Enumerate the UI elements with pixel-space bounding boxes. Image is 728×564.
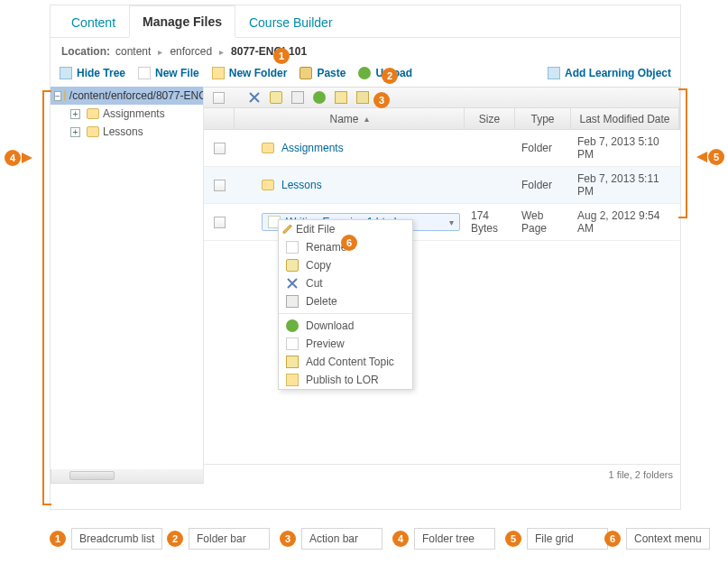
publish-icon bbox=[286, 374, 299, 386]
download-icon bbox=[286, 319, 299, 332]
col-type[interactable]: Type bbox=[515, 108, 571, 129]
zip-icon[interactable] bbox=[335, 91, 347, 104]
row-menu-button[interactable]: ▾ bbox=[449, 217, 454, 227]
file-icon bbox=[138, 67, 151, 79]
crumb-enforced[interactable]: enforced bbox=[170, 45, 212, 58]
row-checkbox[interactable] bbox=[214, 143, 226, 154]
legend-3: 3Action bar bbox=[280, 528, 382, 550]
trash-icon bbox=[286, 295, 299, 308]
tab-strip: Content Manage Files Course Builder bbox=[51, 5, 680, 38]
unzip-icon[interactable] bbox=[356, 91, 369, 104]
legend-2: 2Folder bar bbox=[167, 528, 270, 550]
chevron-right-icon: ▸ bbox=[219, 47, 224, 57]
pencil-icon bbox=[282, 225, 292, 235]
cut-icon bbox=[286, 277, 299, 290]
bracket-right bbox=[678, 88, 687, 218]
new-file-button[interactable]: New File bbox=[138, 67, 199, 79]
folder-tree: − /content/enforced/8077-ENGL101 + Assig… bbox=[51, 87, 204, 484]
folder-icon bbox=[262, 180, 274, 190]
legend-4: 4Folder tree bbox=[392, 528, 495, 550]
content-topic-icon bbox=[286, 356, 299, 368]
copy-icon[interactable] bbox=[270, 91, 282, 104]
grid-header: Name ▴ Size Type Last Modified Date bbox=[204, 108, 680, 130]
callout-3: 3 bbox=[373, 92, 390, 108]
location-label: Location: bbox=[61, 45, 110, 58]
row-checkbox[interactable] bbox=[214, 180, 226, 191]
row-name[interactable]: Assignments bbox=[281, 142, 344, 154]
copy-icon bbox=[286, 259, 299, 272]
tree-scrollbar[interactable] bbox=[51, 469, 204, 484]
callout-5: 5 bbox=[708, 149, 724, 165]
learning-object-icon bbox=[548, 67, 560, 79]
tree-root[interactable]: − /content/enforced/8077-ENGL101 bbox=[51, 87, 203, 105]
preview-icon bbox=[286, 337, 299, 350]
col-date[interactable]: Last Modified Date bbox=[571, 108, 679, 129]
folder-icon bbox=[87, 108, 99, 119]
arrow-right-icon bbox=[22, 153, 32, 163]
breadcrumb: Location: content ▸ enforced ▸ 8077-ENGL… bbox=[51, 38, 680, 63]
legend-6: 6Context menu bbox=[604, 528, 710, 550]
sort-asc-icon: ▴ bbox=[364, 114, 369, 124]
download-icon[interactable] bbox=[313, 91, 326, 104]
collapse-icon[interactable]: − bbox=[54, 91, 61, 101]
tree-icon bbox=[60, 67, 72, 79]
col-size[interactable]: Size bbox=[465, 108, 515, 129]
ctx-publish-lor[interactable]: Publish to LOR bbox=[279, 371, 412, 389]
expand-icon[interactable]: + bbox=[70, 109, 80, 119]
ctx-copy[interactable]: Copy bbox=[279, 256, 412, 274]
folder-icon bbox=[87, 126, 99, 137]
hide-tree-button[interactable]: Hide Tree bbox=[60, 67, 125, 79]
select-all-checkbox[interactable] bbox=[213, 92, 225, 104]
tree-node-lessons[interactable]: + Lessons bbox=[51, 123, 203, 141]
tree-node-label: Assignments bbox=[103, 107, 165, 120]
chevron-right-icon: ▸ bbox=[158, 47, 162, 57]
arrow-left-icon bbox=[696, 152, 707, 162]
legend-5: 5File grid bbox=[505, 528, 608, 550]
table-row[interactable]: Writing Exercise 1.html ⚭ ▾ 174 Bytes We… bbox=[204, 204, 680, 241]
upload-icon bbox=[358, 67, 371, 79]
ctx-cut[interactable]: Cut bbox=[279, 274, 412, 292]
callout-4: 4 bbox=[5, 150, 21, 166]
col-name[interactable]: Name ▴ bbox=[235, 108, 465, 129]
folder-icon bbox=[212, 67, 225, 79]
tab-content[interactable]: Content bbox=[58, 6, 129, 37]
cut-icon[interactable] bbox=[248, 91, 261, 104]
delete-icon[interactable] bbox=[291, 91, 304, 104]
ctx-download[interactable]: Download bbox=[279, 317, 412, 335]
status-bar: 1 file, 2 folders bbox=[204, 464, 680, 484]
tree-root-label: /content/enforced/8077-ENGL101 bbox=[69, 89, 203, 102]
row-checkbox[interactable] bbox=[214, 217, 226, 228]
tab-course-builder[interactable]: Course Builder bbox=[235, 6, 346, 37]
action-bar bbox=[204, 87, 680, 108]
ctx-add-content-topic[interactable]: Add Content Topic bbox=[279, 353, 412, 371]
callout-2: 2 bbox=[382, 68, 398, 84]
row-name[interactable]: Lessons bbox=[281, 179, 322, 191]
legend-1: 1Breadcrumb list bbox=[50, 528, 162, 550]
callout-6: 6 bbox=[341, 235, 357, 251]
expand-icon[interactable]: + bbox=[70, 127, 80, 137]
ctx-delete[interactable]: Delete bbox=[279, 292, 412, 310]
crumb-course[interactable]: 8077-ENGL101 bbox=[231, 45, 307, 58]
tree-node-assignments[interactable]: + Assignments bbox=[51, 105, 203, 123]
callout-1: 1 bbox=[273, 48, 290, 64]
crumb-content[interactable]: content bbox=[115, 45, 151, 58]
folder-icon bbox=[262, 143, 274, 153]
tree-node-label: Lessons bbox=[103, 125, 143, 138]
bracket-left bbox=[42, 90, 51, 505]
table-row[interactable]: Lessons Folder Feb 7, 2013 5:11 PM bbox=[204, 167, 680, 204]
paste-button[interactable]: Paste bbox=[299, 67, 346, 79]
tab-manage-files[interactable]: Manage Files bbox=[129, 5, 235, 38]
paste-icon bbox=[299, 67, 312, 79]
folder-icon bbox=[64, 90, 66, 101]
folder-bar: Hide Tree New File New Folder Paste Uplo… bbox=[51, 63, 680, 87]
new-folder-button[interactable]: New Folder bbox=[212, 67, 288, 79]
add-learning-object-button[interactable]: Add Learning Object bbox=[548, 67, 671, 79]
table-row[interactable]: Assignments Folder Feb 7, 2013 5:10 PM bbox=[204, 130, 680, 167]
ctx-preview[interactable]: Preview bbox=[279, 335, 412, 353]
rename-icon bbox=[286, 241, 299, 254]
